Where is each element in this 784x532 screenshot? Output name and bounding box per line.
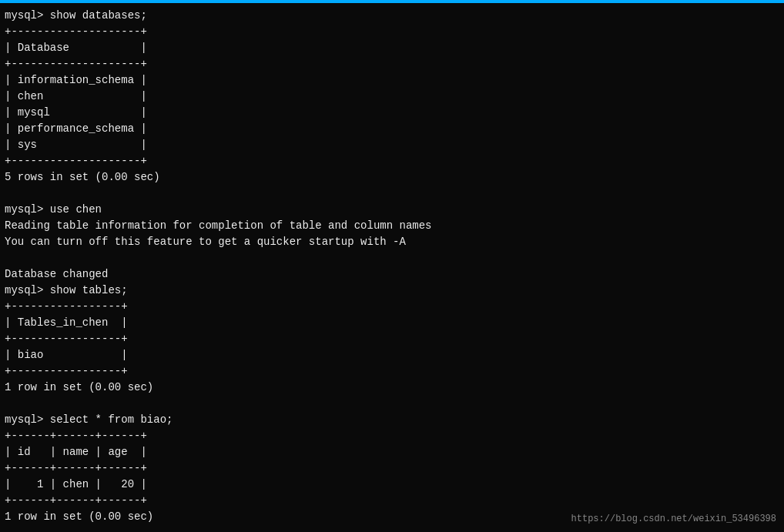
terminal-line: | mysql | <box>5 105 779 121</box>
terminal-line: +--------------------+ <box>5 56 779 72</box>
terminal-line: mysql> use chen <box>5 202 779 218</box>
terminal-line: +------+------+------+ <box>5 493 779 509</box>
terminal-line: | chen | <box>5 89 779 105</box>
terminal-window[interactable]: mysql> show databases;+-----------------… <box>0 0 784 532</box>
terminal-line: mysql> show databases; <box>5 8 779 24</box>
terminal-line <box>5 186 779 202</box>
terminal-line: +-----------------+ <box>5 363 779 380</box>
terminal-line: +--------------------+ <box>5 153 779 169</box>
terminal-output: mysql> show databases;+-----------------… <box>5 3 779 532</box>
terminal-line <box>5 250 779 266</box>
top-bar <box>0 0 784 3</box>
terminal-line: | sys | <box>5 137 779 153</box>
terminal-line: 1 row in set (0.00 sec) <box>5 380 779 396</box>
terminal-line: | id | name | age | <box>5 444 779 460</box>
terminal-line: | information_schema | <box>5 72 779 89</box>
terminal-line: Reading table information for completion… <box>5 218 779 234</box>
terminal-line: Database changed <box>5 266 779 283</box>
terminal-line: mysql> select * from biao; <box>5 412 779 428</box>
terminal-line: | performance_schema | <box>5 121 779 137</box>
terminal-line: +-----------------+ <box>5 331 779 347</box>
terminal-line: +------+------+------+ <box>5 428 779 444</box>
terminal-line: 5 rows in set (0.00 sec) <box>5 169 779 186</box>
terminal-line <box>5 396 779 412</box>
terminal-line: +-----------------+ <box>5 299 779 315</box>
terminal-line: | biao | <box>5 347 779 363</box>
terminal-line: | Database | <box>5 40 779 56</box>
terminal-lines: mysql> show databases;+-----------------… <box>5 8 779 532</box>
terminal-line: | Tables_in_chen | <box>5 315 779 331</box>
watermark: https://blog.csdn.net/weixin_53496398 <box>571 514 776 524</box>
terminal-line <box>5 525 779 532</box>
terminal-line: mysql> show tables; <box>5 283 779 299</box>
terminal-line: | 1 | chen | 20 | <box>5 477 779 493</box>
terminal-line: +------+------+------+ <box>5 460 779 477</box>
terminal-line: +--------------------+ <box>5 24 779 40</box>
terminal-line: You can turn off this feature to get a q… <box>5 234 779 250</box>
